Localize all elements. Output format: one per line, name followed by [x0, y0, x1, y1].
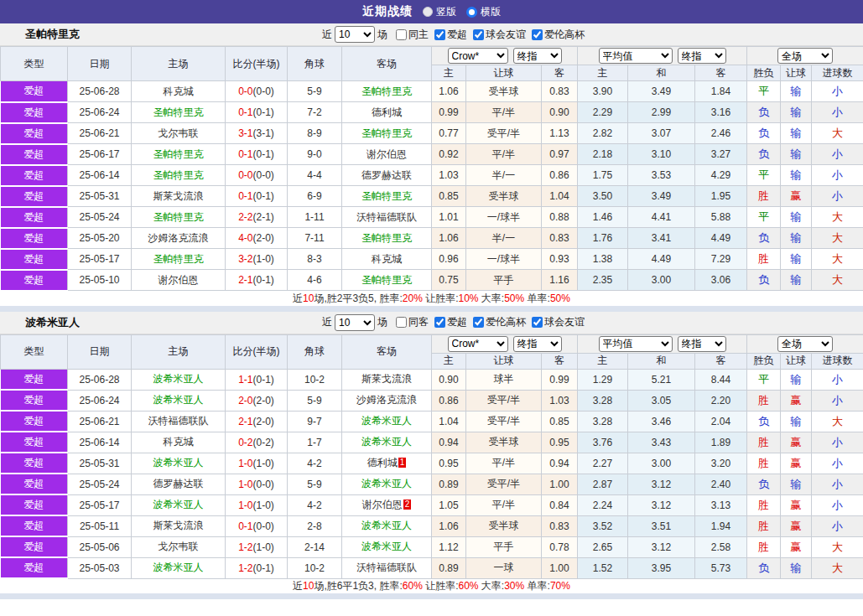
result-handicap: 输 [781, 165, 812, 186]
corner-count: 9-7 [288, 411, 342, 432]
filter-checkbox[interactable] [473, 317, 484, 328]
odds-handicap: 一/球半 [466, 249, 542, 270]
scope-select[interactable]: 全场 [777, 48, 833, 64]
filter-checkbox[interactable] [532, 29, 543, 40]
odds-source-select[interactable]: Crow* [448, 48, 508, 64]
odds-handicap: 一球 [466, 557, 542, 578]
score-cell: 1-2(0-1) [226, 557, 288, 578]
odds-away: 1.00 [542, 474, 578, 494]
result-outcome: 负 [747, 557, 781, 578]
result-handicap: 赢 [781, 432, 812, 453]
filter-checkbox[interactable] [396, 317, 407, 328]
halftime-score: (3-1) [253, 127, 274, 139]
match-row: 爱超 25-05-17 波希米亚人 1-0(1-0) 4-2 谢尔伯恩2 1.0… [1, 494, 863, 515]
scope-select[interactable]: 全场 [777, 336, 833, 352]
odds-away: 0.86 [542, 165, 578, 186]
avg-draw-odds: 3.51 [628, 515, 695, 536]
fulltime-score: 2-0 [238, 395, 252, 406]
result-goals: 大 [812, 228, 863, 249]
away-team-cell: 科克城 [342, 249, 432, 270]
result-outcome: 负 [747, 270, 781, 291]
away-team: 沃特福德联队 [356, 562, 417, 573]
section-divider [0, 593, 863, 599]
score-cell: 2-1(0-1) [226, 270, 288, 291]
result-handicap: 赢 [781, 536, 812, 557]
away-team: 谢尔伯恩 [367, 148, 407, 160]
odds-home: 0.89 [432, 474, 466, 494]
league-badge: 爱超 [1, 228, 68, 249]
score-cell: 4-0(2-0) [226, 228, 288, 249]
radio-vertical-icon[interactable] [423, 7, 433, 17]
home-team: 谢尔伯恩 [159, 274, 199, 286]
home-team: 戈尔韦联 [159, 541, 199, 552]
corner-count: 10-2 [288, 369, 342, 390]
filter-checkbox-option[interactable]: 球会友谊 [473, 28, 526, 42]
filter-checkbox-option[interactable]: 爱超 [434, 28, 467, 42]
odds-away: 0.94 [542, 453, 578, 474]
avg-final-select[interactable]: 终指 [678, 336, 726, 352]
match-row: 爱超 25-05-24 德罗赫达联 1-0(0-0) 5-9 波希米亚人 0.8… [1, 474, 863, 494]
odds-handicap: 受平/半 [466, 474, 542, 494]
home-team: 圣帕特里克 [153, 253, 204, 265]
match-date: 25-06-17 [68, 144, 132, 165]
odds-home: 0.86 [432, 390, 466, 411]
filter-checkbox-option[interactable]: 爱伦高杯 [473, 315, 526, 329]
filter-checkbox[interactable] [532, 317, 543, 328]
result-outcome: 负 [747, 474, 781, 494]
filter-checkbox-option[interactable]: 同主 [396, 28, 429, 42]
radio-horizontal-icon[interactable] [466, 7, 477, 18]
away-team: 波希米亚人 [361, 478, 412, 489]
match-row: 爱超 25-05-10 谢尔伯恩 2-1(0-1) 4-6 圣帕特里克 0.75… [1, 270, 863, 291]
layout-option-horizontal[interactable]: 横版 [466, 5, 501, 19]
result-goals: 小 [812, 494, 863, 515]
filter-checkbox-option[interactable]: 球会友谊 [532, 315, 585, 329]
subheader-result-handicap: 让球 [781, 353, 812, 369]
filter-checkbox[interactable] [473, 29, 484, 40]
match-row: 爱超 25-05-20 沙姆洛克流浪 4-0(2-0) 7-11 圣帕特里克 1… [1, 228, 863, 249]
filter-checkbox-option[interactable]: 爱超 [434, 315, 467, 329]
odds-source-select[interactable]: Crow* [448, 336, 508, 352]
away-team: 沃特福德联队 [356, 211, 417, 223]
recent-count-select[interactable]: 10 [335, 314, 375, 331]
corner-count: 5-9 [288, 474, 342, 494]
avg-select[interactable]: 平均值 [599, 48, 673, 64]
odds-home: 1.06 [432, 81, 466, 102]
filter-checkbox-option[interactable]: 同客 [396, 315, 429, 329]
league-badge: 爱超 [1, 453, 68, 474]
result-outcome: 胜 [747, 390, 781, 411]
avg-away-odds: 5.88 [695, 207, 747, 228]
avg-final-select[interactable]: 终指 [678, 48, 726, 64]
odds-away: 0.95 [542, 432, 578, 453]
away-team: 圣帕特里克 [361, 232, 412, 244]
avg-draw-odds: 5.21 [628, 369, 695, 390]
avg-away-odds: 2.04 [695, 411, 747, 432]
odds-final-select[interactable]: 终指 [513, 336, 562, 352]
result-outcome: 负 [747, 102, 781, 123]
recent-count-select[interactable]: 10 [335, 26, 375, 43]
filter-checkbox-option[interactable]: 爱伦高杯 [532, 28, 585, 42]
score-cell: 1-2(1-0) [226, 536, 288, 557]
summary-part: 70% [550, 580, 570, 592]
avg-select[interactable]: 平均值 [599, 336, 673, 352]
halftime-score: (0-1) [253, 190, 274, 202]
filter-checkbox[interactable] [434, 29, 445, 40]
home-team-cell: 圣帕特里克 [132, 102, 226, 123]
home-team-cell: 沃特福德联队 [132, 411, 226, 432]
away-team: 德罗赫达联 [361, 169, 412, 181]
odds-away: 0.99 [542, 369, 578, 390]
odds-handicap: 一/球半 [466, 207, 542, 228]
away-team-cell: 圣帕特里克 [342, 123, 432, 144]
match-date: 25-05-10 [68, 270, 132, 291]
home-team-cell: 斯莱戈流浪 [132, 515, 226, 536]
halftime-score: (0-1) [253, 562, 274, 574]
odds-home: 1.12 [432, 536, 466, 557]
layout-option-vertical[interactable]: 竖版 [423, 5, 456, 19]
odds-home: 0.90 [432, 369, 466, 390]
odds-home: 0.96 [432, 249, 466, 270]
odds-away: 0.97 [542, 144, 578, 165]
halftime-score: (2-0) [253, 416, 274, 427]
match-date: 25-05-17 [68, 249, 132, 270]
filter-checkbox[interactable] [434, 317, 445, 328]
filter-checkbox[interactable] [396, 29, 407, 40]
odds-final-select[interactable]: 终指 [513, 48, 562, 64]
